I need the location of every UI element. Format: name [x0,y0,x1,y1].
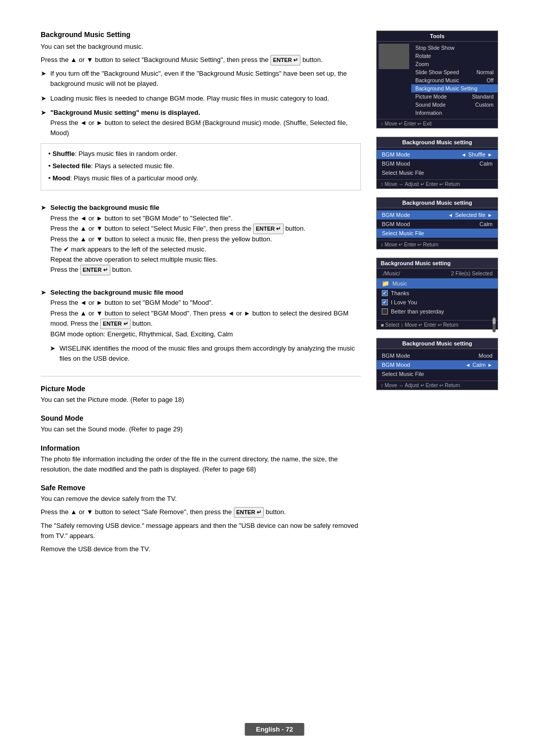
select-music-file-row-mood: Select Music File [377,369,498,379]
mood-step1: Press the ◄ or ► button to set "BGM Mode… [50,299,213,306]
mood-item: Mood: Plays music files of a particular … [48,173,353,184]
bgm-intro: You can set the background music. [41,42,361,52]
bgm-mood-title: Background Music setting [377,338,498,349]
safe-remove-step2: The "Safely removing USB device." messag… [41,521,361,541]
file-check-better [382,308,388,314]
bgm-mood-row-shuffle: BGM Mood Calm [377,159,498,168]
bgm-menu-displayed: ➤ "Background Music setting" menu is dis… [41,108,361,138]
select-music-file-row-shuffle: Select Music File [377,168,498,177]
safe-remove-step3: Remove the USB device from the TV. [41,544,361,554]
page-number: English - 72 [245,723,304,736]
bgm-mood-row-mood: BGM Mood ◄ Calm ► [377,360,498,369]
sound-mode-desc: You can set the Sound mode. (Refer to pa… [41,424,361,434]
file-panel-title: Background Music setting [377,258,498,269]
bgm-note1: ➤ If you turn off the "Background Music"… [41,69,361,89]
checkmark-note: The ✔ mark appears to the left of the se… [50,245,206,253]
bgm-mood-section: ➤ Selecting the background music file mo… [41,288,361,364]
tools-panel: Tools Stop Slide Show Rotate Zoom [376,30,498,129]
enter-button-label2: ENTER ↵ [253,224,283,234]
bgm-setting-section: Background Music Setting You can set the… [41,30,361,191]
sound-mode-title: Sound Mode [41,414,361,422]
tools-panel-title: Tools [377,31,498,42]
bgm-shuffle-panel: Background Music setting BGM Mode ◄ Shuf… [376,137,498,189]
safe-remove-step1: Press the ▲ or ▼ button to select "Safe … [41,507,361,518]
enter-button-label4: ENTER ↵ [100,319,130,329]
right-column: Tools Stop Slide Show Rotate Zoom [376,30,508,563]
mood-step2: Press the ▲ or ▼ button to select "BGM M… [50,309,349,327]
picture-mode-section: Picture Mode You can set the Picture mod… [41,385,361,405]
tools-zoom: Zoom [411,60,498,68]
selectbgm-step2: Press the ▲ or ▼ button to select "Selec… [50,225,306,232]
safe-remove-title: Safe Remove [41,484,361,492]
selectbgm-step3: Press the ▲ or ▼ button to select a musi… [50,235,272,243]
sound-mode-section: Sound Mode You can set the Sound mode. (… [41,414,361,434]
select-bgm-file-section: ➤ Selectig the background music file Pre… [41,203,361,275]
bgm-mood-panel: Background Music setting BGM Mode Mood B… [376,338,498,390]
file-thanks: ✔ Thanks [377,289,498,298]
bgm-shuffle-footer: ↕ Move ↔ Adjust ↵ Enter ↩ Return [377,179,498,188]
tools-photo [379,44,409,69]
tools-stop-slide: Stop Slide Show [411,44,498,52]
picture-mode-desc: You can set the Picture mode. (Refer to … [41,395,361,405]
tools-footer: ↕ Move ↵ Enter ↩ Exit [377,119,498,128]
safe-remove-desc1: You can remove the device safely from th… [41,494,361,504]
tools-bgm: Background Music Off [411,76,498,84]
bgm-mood-row-selected: BGM Mood Calm [377,219,498,229]
select-music-file-row-selected: Select Music File [377,229,498,238]
scrollbar [493,317,496,332]
tools-slide-speed: Slide Show Speed Normal [411,68,498,76]
folder-icon: 📁 [382,280,389,287]
file-list-panel: Background Music setting ./Music/ 2 File… [376,258,498,330]
left-column: Background Music Setting You can set the… [41,30,361,563]
wiselink-note: ➤ WISELINK identifies the mood of the mu… [50,343,361,364]
tools-items: Stop Slide Show Rotate Zoom Slide Show S… [411,42,498,119]
bgm-mood-footer: ↕ Move ↔ Adjust ↵ Enter ↩ Return [377,381,498,390]
file-better-than: Better than yesterday [377,307,498,316]
shuffle-item: Shuffle: Plays music files in random ord… [48,149,353,160]
bgm-options: BGM mode option: Energetic, Rhythmical, … [50,330,233,338]
bgm-modes-box: Shuffle: Plays music files in random ord… [41,143,361,191]
tools-picture-mode: Picture Mode Standard [411,92,498,101]
file-check-thanks: ✔ [382,290,388,296]
tools-information: Information [411,109,498,117]
file-check-iloveyou: ✔ [382,299,388,305]
information-desc: The photo file information including the… [41,454,361,475]
bgm-setting-title: Background Music Setting [41,30,361,39]
scrollbar-thumb [493,318,496,324]
bgm-selected-footer: ↕ Move ↵ Enter ↩ Return [377,240,498,249]
enter-button-label3: ENTER ↵ [80,265,110,275]
bgm-shuffle-title: Background Music setting [377,137,498,148]
tools-rotate: Rotate [411,52,498,60]
information-section: Information The photo file information i… [41,444,361,475]
file-footer: ■ Select ↕ Move ↵ Enter ↩ Return [377,320,498,329]
bgm-mode-row-selected: BGM Mode ◄ Selected file ► [377,210,498,219]
bgm-selected-panel: Background Music setting BGM Mode ◄ Sele… [376,197,498,249]
page: Background Music Setting You can set the… [0,0,549,756]
repeat-note: Repeat the above operation to select mul… [50,256,218,263]
file-music-folder: 📁 Music [377,278,498,289]
bgm-mode-row-mood: BGM Mode Mood [377,351,498,360]
enter-button-label1: ENTER ↵ [270,55,300,66]
tools-bgm-setting: Background Music Setting [411,84,498,92]
content-area: Background Music Setting You can set the… [41,30,508,563]
bgm-instruction1: Press the ▲ or ▼ button to select "Backg… [41,55,361,66]
file-i-love-you: ✔ I Love You [377,298,498,307]
selected-file-item: Selected file: Plays a selected music fi… [48,161,353,172]
press-enter: Press the ENTER ↵ button. [50,266,132,273]
file-path-row: ./Music/ 2 File(s) Selected [377,269,498,278]
tools-sound-mode: Sound Mode Custom [411,101,498,109]
enter-button-label5: ENTER ↵ [234,507,264,518]
bgm-mode-row-shuffle: BGM Mode ◄ Shuffle ► [377,150,498,159]
divider1 [41,376,361,376]
safe-remove-section: Safe Remove You can remove the device sa… [41,484,361,555]
information-title: Information [41,444,361,452]
picture-mode-title: Picture Mode [41,385,361,393]
selectbgm-step1: Press the ◄ or ► button to set "BGM Mode… [50,214,233,222]
bgm-selected-title: Background Music setting [377,198,498,208]
bgm-note2: ➤ Loading music files is needed to chang… [41,93,361,104]
